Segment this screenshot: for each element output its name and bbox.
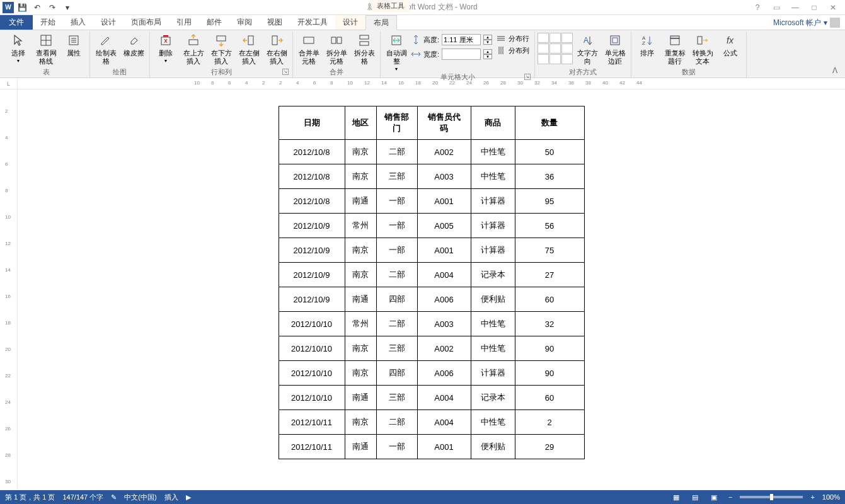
- table-cell[interactable]: 二部: [376, 263, 417, 287]
- table-cell[interactable]: 60: [515, 287, 584, 312]
- table-header-cell[interactable]: 销售员代码: [417, 106, 471, 140]
- table-cell[interactable]: 56: [515, 214, 584, 238]
- table-cell[interactable]: 75: [515, 238, 584, 263]
- close-button[interactable]: ✕: [825, 1, 841, 14]
- table-cell[interactable]: A003: [417, 164, 471, 189]
- table-cell[interactable]: A001: [417, 435, 471, 459]
- insert-above-button[interactable]: 在上方插入: [180, 32, 207, 66]
- table-cell[interactable]: A002: [417, 140, 471, 164]
- undo-button[interactable]: ↶: [30, 1, 44, 14]
- table-cell[interactable]: 2012/10/8: [279, 189, 345, 214]
- table-cell[interactable]: 南通: [345, 287, 376, 312]
- table-cell[interactable]: 32: [515, 312, 584, 336]
- table-cell[interactable]: 南京: [345, 140, 376, 164]
- tab-view[interactable]: 视图: [260, 15, 290, 30]
- table-cell[interactable]: 南通: [345, 435, 376, 459]
- tab-insert[interactable]: 插入: [63, 15, 93, 30]
- insert-right-button[interactable]: 在右侧插入: [263, 32, 290, 66]
- tab-design[interactable]: 设计: [93, 15, 124, 30]
- table-cell[interactable]: 一部: [376, 189, 417, 214]
- align-bc[interactable]: [549, 54, 561, 64]
- table-cell[interactable]: 2012/10/10: [279, 386, 345, 410]
- collapse-ribbon-button[interactable]: ᐱ: [827, 64, 842, 77]
- merge-cells-button[interactable]: 合并单元格: [296, 32, 322, 66]
- table-cell[interactable]: 一部: [376, 214, 417, 238]
- view-gridlines-button[interactable]: 查看网格线: [33, 32, 59, 66]
- zoom-in-button[interactable]: +: [808, 493, 817, 501]
- account-label[interactable]: Microsoft 帐户 ▾: [773, 15, 840, 30]
- align-br[interactable]: [561, 54, 573, 64]
- tab-review[interactable]: 审阅: [229, 15, 260, 30]
- redo-button[interactable]: ↷: [45, 1, 59, 14]
- tab-home[interactable]: 开始: [33, 15, 63, 30]
- align-tr[interactable]: [561, 33, 573, 43]
- table-cell[interactable]: 2012/10/9: [279, 238, 345, 263]
- save-button[interactable]: 💾: [15, 1, 29, 14]
- sort-button[interactable]: AZ 排序: [634, 32, 660, 57]
- height-spinner[interactable]: ▲▼: [483, 35, 492, 45]
- table-cell[interactable]: 记录本: [471, 263, 515, 287]
- convert-to-text-button[interactable]: 转换为文本: [689, 32, 716, 66]
- table-cell[interactable]: 2012/10/10: [279, 312, 345, 336]
- table-cell[interactable]: 南京: [345, 361, 376, 386]
- zoom-level[interactable]: 100%: [822, 493, 840, 501]
- table-cell[interactable]: A005: [417, 214, 471, 238]
- autofit-button[interactable]: 自动调整▼: [383, 32, 410, 72]
- table-cell[interactable]: A006: [417, 361, 471, 386]
- table-cell[interactable]: A006: [417, 287, 471, 312]
- table-cell[interactable]: 95: [515, 189, 584, 214]
- delete-button[interactable]: 删除▼: [152, 32, 179, 64]
- tab-developer[interactable]: 开发工具: [290, 15, 335, 30]
- qat-customize-button[interactable]: ▾: [60, 1, 74, 14]
- table-cell[interactable]: 计算器: [471, 214, 515, 238]
- status-macro-icon[interactable]: ▶: [186, 493, 191, 501]
- table-cell[interactable]: 一部: [376, 435, 417, 459]
- table-cell[interactable]: 南通: [345, 386, 376, 410]
- table-header-cell[interactable]: 商品: [471, 106, 515, 140]
- view-print-button[interactable]: ▤: [688, 491, 702, 503]
- table-cell[interactable]: 2: [515, 410, 584, 435]
- table-cell[interactable]: 二部: [376, 312, 417, 336]
- cell-margins-button[interactable]: 单元格边距: [602, 32, 628, 66]
- table-cell[interactable]: 三部: [376, 386, 417, 410]
- page-viewport[interactable]: 日期地区销售部门销售员代码商品数量 2012/10/8南京二部A002中性笔50…: [18, 89, 845, 504]
- zoom-slider[interactable]: [740, 496, 803, 498]
- tab-pagelayout[interactable]: 页面布局: [124, 15, 169, 30]
- table-cell[interactable]: 27: [515, 263, 584, 287]
- status-lang[interactable]: 中文(中国): [124, 493, 156, 502]
- table-header-cell[interactable]: 地区: [345, 106, 376, 140]
- view-web-button[interactable]: ▣: [707, 491, 721, 503]
- table-cell[interactable]: 常州: [345, 214, 376, 238]
- width-input[interactable]: [442, 49, 481, 60]
- horizontal-ruler[interactable]: 1086422468101214161820222426283032343638…: [18, 78, 845, 89]
- table-cell[interactable]: A004: [417, 386, 471, 410]
- table-cell[interactable]: 90: [515, 336, 584, 361]
- table-cell[interactable]: 中性笔: [471, 140, 515, 164]
- table-cell[interactable]: 四部: [376, 361, 417, 386]
- table-cell[interactable]: 计算器: [471, 189, 515, 214]
- table-cell[interactable]: 36: [515, 164, 584, 189]
- table-cell[interactable]: 二部: [376, 410, 417, 435]
- table-cell[interactable]: 2012/10/11: [279, 435, 345, 459]
- width-spinner[interactable]: ▲▼: [483, 49, 492, 59]
- select-button[interactable]: 选择▼: [5, 32, 32, 64]
- table-cell[interactable]: 50: [515, 140, 584, 164]
- table-cell[interactable]: 2012/10/9: [279, 214, 345, 238]
- dialog-launcher-rowscols[interactable]: ↘: [282, 69, 289, 75]
- status-page[interactable]: 第 1 页，共 1 页: [5, 493, 55, 502]
- table-cell[interactable]: 2012/10/11: [279, 410, 345, 435]
- distribute-cols-button[interactable]: 分布列: [493, 45, 532, 56]
- formula-button[interactable]: fx 公式: [717, 32, 744, 57]
- table-header-cell[interactable]: 销售部门: [376, 106, 417, 140]
- tab-table-layout[interactable]: 布局: [365, 15, 397, 30]
- split-table-button[interactable]: 拆分表格: [351, 32, 377, 66]
- table-cell[interactable]: 便利贴: [471, 435, 515, 459]
- table-cell[interactable]: 南京: [345, 410, 376, 435]
- table-cell[interactable]: 29: [515, 435, 584, 459]
- status-proofing-icon[interactable]: ✎: [111, 493, 117, 501]
- distribute-rows-button[interactable]: 分布行: [493, 33, 532, 44]
- table-cell[interactable]: 四部: [376, 287, 417, 312]
- zoom-thumb[interactable]: [770, 494, 773, 500]
- maximize-button[interactable]: □: [806, 1, 822, 14]
- table-cell[interactable]: A003: [417, 312, 471, 336]
